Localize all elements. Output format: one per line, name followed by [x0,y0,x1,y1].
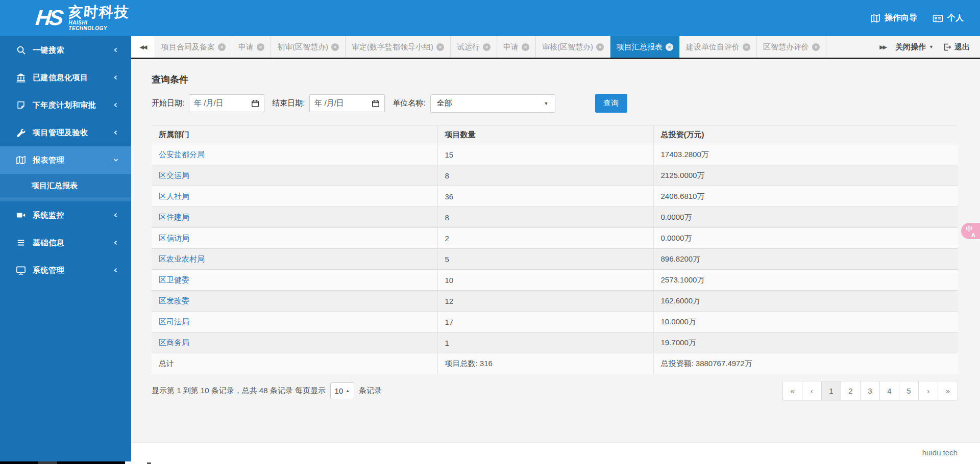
end-date-input[interactable]: 年 /月/日 [309,94,385,112]
unit-name-select[interactable]: 全部 ▼ [430,94,555,113]
end-date-label: 结束日期: [272,98,305,108]
wrench-icon [15,128,27,138]
profile-label: 个人 [947,13,964,23]
footer-credit: huidu tech [922,448,958,457]
page-button-5[interactable]: 5 [899,381,919,400]
department-link[interactable]: 区信访局 [159,234,189,242]
sidebar-item-built-projects[interactable]: 已建信息化项目 [0,64,131,91]
video-camera-icon [15,211,27,220]
project-count-cell: 1 [437,332,653,353]
unit-name-label: 单位名称: [393,98,425,108]
previous-page-button[interactable]: ‹ [802,381,822,400]
table-row: 区发改委 12 162.6000万 [152,291,958,312]
tab-close-icon[interactable]: × [331,43,339,51]
tab-first-review[interactable]: 初审(区智慧办) × [271,36,346,58]
department-link[interactable]: 区交运局 [159,171,189,179]
unit-name-selected-value: 全部 [437,98,452,108]
chevron-down-icon [113,157,119,163]
table-row: 公安盐都分局 15 17403.2800万 [152,144,958,165]
tab-close-icon[interactable]: × [743,43,750,51]
translate-icon-latin: A [971,232,975,238]
tab-close-icon[interactable]: × [436,43,444,51]
tab-project-summary-report[interactable]: 项目汇总报表 × [610,36,680,58]
close-operations-dropdown[interactable]: 关闭操作 ▼ [895,42,934,52]
table-row: 区人社局 36 2406.6810万 [152,186,958,207]
sidebar-item-report-management[interactable]: 报表管理 [0,146,131,174]
investment-cell: 162.6000万 [653,291,958,312]
tab-close-icon[interactable]: × [812,43,820,51]
page-button-4[interactable]: 4 [880,381,899,400]
scroll-tabs-left-button[interactable]: ◀◀ [131,36,155,58]
caret-down-icon: ▼ [544,101,549,106]
scroll-left-icon: ◀◀ [140,44,146,50]
list-icon [15,239,27,247]
tab-close-icon[interactable]: × [596,43,604,51]
sidebar-item-next-year-plan[interactable]: 下年度计划和审批 [0,91,131,119]
record-summary-text: 显示第 1 到第 10 条记录，总共 48 条记录 每页显示 [152,386,326,396]
sidebar-item-basic-info[interactable]: 基础信息 [0,229,131,256]
query-conditions-title: 查询条件 [152,73,958,86]
start-date-label: 开始日期: [152,98,184,108]
sidebar-item-search[interactable]: 一键搜索 [0,36,131,64]
department-link[interactable]: 区人社局 [159,192,189,200]
submenu-divider [0,197,131,201]
page-button-3[interactable]: 3 [861,381,880,400]
chevron-left-icon [113,47,119,53]
table-row: 区卫健委 10 2573.1000万 [152,270,958,291]
department-link[interactable]: 区司法局 [159,317,189,326]
tab-label: 审核(区智慧办) [542,42,593,52]
calendar-icon[interactable] [372,99,380,108]
table-row: 区信访局 2 0.0000万 [152,228,958,249]
project-count-cell: 2 [437,228,653,249]
tab-unit-self-evaluation[interactable]: 建设单位自评价 × [680,36,757,58]
tab-final-approval[interactable]: 审定(数字盐都领导小组) × [346,36,451,58]
search-button[interactable]: 查询 [595,94,627,113]
sidebar-subitem-project-summary[interactable]: 项目汇总报表 [0,174,131,197]
tab-close-icon[interactable]: × [666,43,673,51]
page-button-1[interactable]: 1 [822,381,841,400]
page-size-select[interactable]: 10 ▲ [330,382,354,399]
table-row: 区住建局 8 0.0000万 [152,207,958,228]
logo-company-name: 亥时科技 [68,5,130,19]
column-header-project-count: 项目数量 [437,125,653,144]
investment-cell: 0.0000万 [653,228,958,249]
tab-apply-1[interactable]: 申请 × [232,36,271,58]
operation-guide-button[interactable]: 操作向导 [870,13,917,23]
next-page-button[interactable]: › [919,381,938,400]
chevron-left-icon [113,240,119,246]
tab-close-icon[interactable]: × [522,43,529,51]
tab-close-icon[interactable]: × [483,43,491,51]
chevron-left-icon [113,212,119,218]
profile-button[interactable]: 个人 [933,13,964,23]
calendar-icon[interactable] [251,99,259,108]
sidebar-item-system-management[interactable]: 系统管理 [0,256,131,284]
tab-close-icon[interactable]: × [218,43,226,51]
tab-project-contract[interactable]: 项目合同及备案 × [155,36,232,58]
start-date-input[interactable]: 年 /月/日 [189,94,264,112]
tab-audit[interactable]: 审核(区智慧办) × [536,36,610,58]
tab-trial-run[interactable]: 试运行 × [451,36,497,58]
department-link[interactable]: 区卫健委 [159,275,189,284]
table-row: 区司法局 17 10.0000万 [152,312,958,332]
sidebar-item-system-monitor[interactable]: 系统监控 [0,201,131,229]
tab-district-office-evaluation[interactable]: 区智慧办评价 × [757,36,826,58]
department-link[interactable]: 公安盐都分局 [159,150,205,159]
scroll-tabs-right-button[interactable]: ▶▶ [879,44,886,50]
sidebar-item-project-management[interactable]: 项目管理及验收 [0,119,131,146]
logout-button[interactable]: 退出 [943,42,970,52]
sidebar-item-label: 下年度计划和审批 [33,100,113,110]
last-page-button[interactable]: » [938,381,958,400]
tab-apply-2[interactable]: 申请 × [497,36,536,58]
department-link[interactable]: 区住建局 [159,213,189,221]
total-investment-cell: 总投资额: 3880767.4972万 [653,353,958,374]
translate-floating-button[interactable]: 中 A [961,223,980,239]
department-link[interactable]: 区商务局 [159,338,189,347]
department-link[interactable]: 区农业农村局 [159,254,205,263]
first-page-button[interactable]: « [783,381,802,400]
tab-close-icon[interactable]: × [257,43,264,51]
column-header-total-investment: 总投资(万元) [653,125,958,144]
page-button-2[interactable]: 2 [841,381,861,400]
department-link[interactable]: 区发改委 [159,296,189,305]
tab-label: 项目汇总报表 [617,42,663,52]
bank-icon [15,73,27,83]
